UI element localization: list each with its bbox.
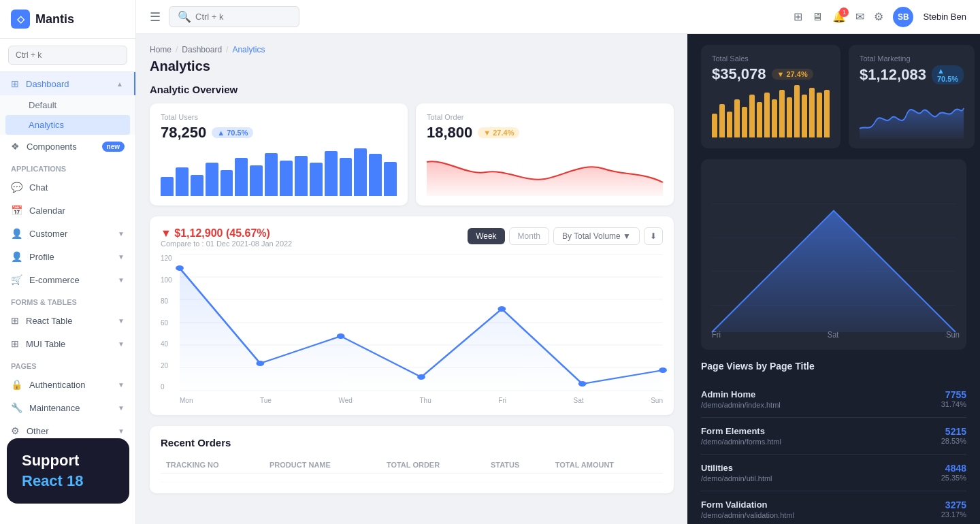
sidebar-item-maintenance[interactable]: 🔧 Maintenance ▼ (0, 396, 135, 419)
bar (235, 158, 248, 196)
svg-point-12 (578, 381, 587, 387)
sidebar-item-chat[interactable]: 💬 Chat (0, 176, 135, 199)
sidebar-other-label: Other (27, 426, 49, 436)
sidebar-item-profile[interactable]: 👤 Profile ▼ (0, 245, 135, 268)
sidebar-chat-label: Chat (29, 182, 48, 193)
income-header: ▼ $1,12,900 (45.67%) Compare to : 01 Dec… (161, 227, 663, 248)
settings-icon[interactable]: ⚙ (874, 10, 883, 23)
bar (354, 148, 367, 196)
sidebar-search-input[interactable] (8, 46, 127, 65)
bell-icon[interactable]: 🔔 1 (832, 10, 846, 23)
stat-cards: Total Users 78,250 ▲ 70.5% (150, 103, 674, 206)
sidebar-item-authentication[interactable]: 🔒 Authentication ▼ (0, 373, 135, 396)
stat-value-row-sales: $35,078 ▼ 27.4% (712, 65, 830, 83)
pageview-right: 3275 23.17% (941, 500, 966, 519)
breadcrumb-home[interactable]: Home (150, 45, 172, 54)
bar (340, 158, 353, 196)
volume-button[interactable]: By Total Volume ▼ (553, 227, 640, 245)
bar (250, 165, 263, 197)
stat-badge-sales: ▼ 27.4% (772, 69, 813, 80)
income-line-chart: 120 100 80 60 40 20 0 (161, 255, 663, 404)
bar (802, 95, 807, 137)
sidebar-default[interactable]: Default (0, 95, 135, 115)
page-title: Analytics (150, 59, 674, 74)
y-label: 20 (161, 362, 172, 370)
sidebar-analytics[interactable]: Analytics (5, 115, 130, 135)
breadcrumb-sep1: / (176, 45, 178, 54)
notification-count: 1 (839, 7, 849, 17)
chart-x-labels: Mon Tue Wed Thu Fri Sat Sun (180, 397, 663, 404)
x-label-thu: Thu (420, 397, 431, 404)
sidebar-item-dashboard[interactable]: ⊞ Dashboard ▲ (0, 72, 135, 95)
x-label-mon: Mon (180, 397, 193, 404)
react-table-chevron: ▼ (118, 317, 125, 325)
stat-card-marketing: Total Marketing $1,12,083 ▲ 70.5% (849, 45, 975, 148)
sidebar-dashboard-label: Dashboard (26, 79, 69, 89)
week-button[interactable]: Week (468, 228, 504, 244)
pageview-item-utilities: Utilities /demo/admin/util.html 4848 25.… (701, 455, 966, 491)
y-label: 80 (161, 297, 172, 305)
stat-value-orders: 18,800 (427, 124, 472, 142)
stat-value-users: 78,250 (161, 124, 206, 142)
profile-icon: 👤 (11, 251, 22, 262)
bar (220, 170, 233, 197)
topbar-search-input[interactable] (195, 12, 291, 22)
sidebar-item-components[interactable]: ❖ Components new (0, 135, 135, 158)
stat-label-sales: Total Sales (712, 54, 830, 63)
stat-label-marketing: Total Marketing (860, 54, 964, 63)
pageview-pct: 25.35% (941, 474, 966, 482)
sidebar-ecommerce-label: E-commerce (29, 275, 80, 285)
bar (817, 93, 822, 138)
grid-icon[interactable]: ⊞ (794, 10, 802, 23)
bar (809, 88, 815, 138)
breadcrumb-dashboard[interactable]: Dashboard (182, 45, 222, 54)
pageview-pct: 23.17% (941, 510, 966, 519)
bar (161, 177, 174, 196)
svg-point-13 (659, 367, 667, 373)
breadcrumb: Home / Dashboard / Analytics (150, 45, 674, 54)
stat-value-marketing: $1,12,083 (860, 66, 926, 84)
bar (727, 112, 732, 138)
sidebar-item-calendar[interactable]: 📅 Calendar (0, 199, 135, 222)
breadcrumb-sep2: / (226, 45, 228, 54)
download-button[interactable]: ⬇ (644, 227, 663, 245)
col-total-order: TOTAL ORDER (381, 457, 485, 474)
dashboard-icon: ⊞ (11, 78, 19, 89)
sales-bar-chart (712, 90, 830, 137)
pageview-url: /demo/admin/forms.html (701, 438, 781, 446)
recent-orders-title: Recent Orders (161, 437, 663, 448)
bar (712, 114, 717, 137)
support-toast-line2: React 18 (22, 472, 114, 490)
sidebar-item-customer[interactable]: 👤 Customer ▼ (0, 222, 135, 245)
cell (264, 474, 381, 482)
support-react-toast: Support React 18 (7, 438, 129, 504)
bar (764, 93, 770, 138)
month-button[interactable]: Month (509, 227, 549, 245)
sidebar-item-react-table[interactable]: ⊞ React Table ▼ (0, 309, 135, 332)
mail-icon[interactable]: ✉ (855, 10, 864, 23)
stat-value-row-marketing: $1,12,083 ▲ 70.5% (860, 65, 964, 84)
marketing-area-chart (860, 91, 964, 139)
svg-point-10 (417, 374, 425, 380)
monitor-icon[interactable]: 🖥 (812, 11, 823, 23)
username[interactable]: Stebin Ben (923, 12, 966, 22)
stat-label-orders: Total Order (427, 113, 663, 121)
avatar[interactable]: SB (893, 7, 913, 27)
y-label: 100 (161, 276, 172, 284)
svg-point-7 (176, 265, 184, 271)
content-area: Home / Dashboard / Analytics Analytics A… (136, 34, 980, 524)
hamburger-menu-icon[interactable]: ☰ (150, 10, 161, 24)
col-total-amount: TOTAL AMOUNT (550, 457, 663, 474)
breadcrumb-current: Analytics (232, 45, 265, 54)
pageview-url: /demo/admin/index.html (701, 401, 781, 409)
bar (310, 163, 323, 196)
pageview-name: Admin Home (701, 389, 781, 399)
dark-stat-cards: Total Sales $35,078 ▼ 27.4% (701, 45, 966, 148)
bar (772, 99, 777, 137)
col-status: STATUS (485, 457, 550, 474)
page-views-title: Page Views by Page Title (701, 361, 966, 372)
customer-chevron: ▼ (118, 230, 125, 238)
app-name: Mantis (35, 12, 74, 27)
sidebar-item-ecommerce[interactable]: 🛒 E-commerce ▼ (0, 268, 135, 291)
sidebar-item-mui-table[interactable]: ⊞ MUI Table ▼ (0, 332, 135, 355)
